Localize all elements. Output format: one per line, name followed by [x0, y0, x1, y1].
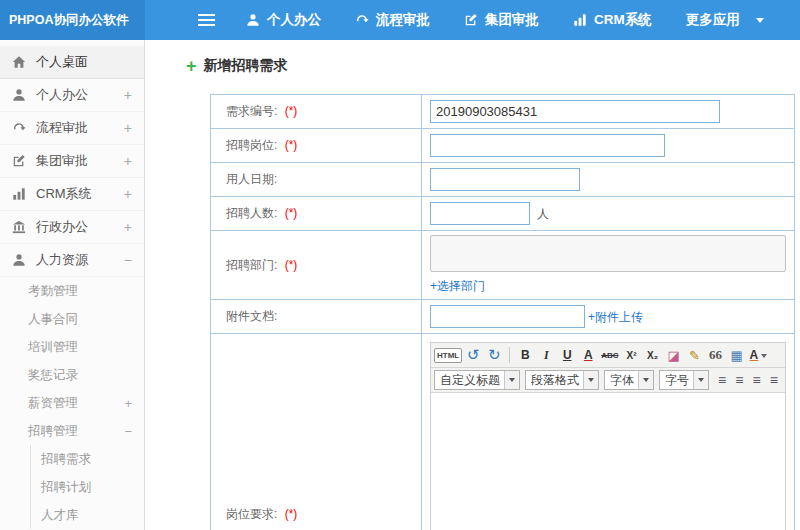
- sidebar-subitem-rewards[interactable]: 奖惩记录: [0, 361, 144, 389]
- sidebar-item-admin-office[interactable]: 行政办公 +: [0, 211, 144, 244]
- rich-text-editor: HTML ↺ ↻ B I U A ABC X² X₂ ◪ ✎ 66: [430, 342, 786, 530]
- sidebar-subitem-label: 培训管理: [28, 339, 78, 356]
- blockquote-button[interactable]: 66: [706, 345, 726, 365]
- sidebar-item-personal-office[interactable]: 个人办公 +: [0, 79, 144, 112]
- sidebar-subitem-salary[interactable]: 薪资管理 +: [0, 389, 144, 417]
- process-icon: [12, 121, 28, 135]
- sidebar-item-hr[interactable]: 人力资源 −: [0, 244, 144, 277]
- align-left-button[interactable]: ≡: [714, 370, 730, 390]
- bold-button[interactable]: B: [515, 345, 535, 365]
- font-size-select[interactable]: 字号: [659, 370, 709, 390]
- nav-group-approval[interactable]: 集团审批: [464, 11, 539, 29]
- sidebar-item-personal-desktop[interactable]: 个人桌面: [0, 46, 144, 79]
- form-row-department: 招聘部门: (*) +选择部门: [211, 231, 795, 300]
- select-value: 字体: [610, 372, 634, 389]
- expand-toggle[interactable]: +: [124, 187, 132, 201]
- align-justify-button[interactable]: ≡: [766, 370, 782, 390]
- sidebar-subitem-training[interactable]: 培训管理: [0, 333, 144, 361]
- source-html-button[interactable]: HTML: [434, 348, 462, 363]
- font-color-button[interactable]: A: [578, 345, 598, 365]
- menu-toggle-button[interactable]: [198, 14, 215, 26]
- sidebar-subitem-attendance[interactable]: 考勤管理: [0, 277, 144, 305]
- sidebar-subsubitem-talent-pool[interactable]: 人才库: [31, 501, 144, 529]
- required-mark: (*): [285, 507, 298, 521]
- sidebar-subitem-hr-contract[interactable]: 人事合同: [0, 305, 144, 333]
- sidebar-subitem-label: 奖惩记录: [28, 367, 78, 384]
- nav-process-approval[interactable]: 流程审批: [355, 11, 430, 29]
- nav-label: 更多应用: [686, 11, 740, 29]
- sidebar-item-process-approval[interactable]: 流程审批 +: [0, 112, 144, 145]
- expand-toggle[interactable]: +: [124, 154, 132, 168]
- nav-label: CRM系统: [594, 11, 652, 29]
- sidebar-item-crm[interactable]: CRM系统 +: [0, 178, 144, 211]
- subscript-button[interactable]: X₂: [643, 345, 663, 365]
- expand-toggle[interactable]: +: [124, 121, 132, 135]
- app-logo: PHPOA协同办公软件: [0, 0, 145, 40]
- expand-toggle[interactable]: +: [124, 88, 132, 102]
- recruit-request-form: 需求编号: (*) 招聘岗位: (*) 用人日期:: [210, 94, 795, 530]
- nav-crm[interactable]: CRM系统: [573, 11, 652, 29]
- attachment-input[interactable]: [430, 305, 585, 328]
- select-value: 段落格式: [531, 372, 579, 389]
- sidebar-item-group-approval[interactable]: 集团审批 +: [0, 145, 144, 178]
- user-icon: [12, 253, 28, 267]
- custom-heading-select[interactable]: 自定义标题: [434, 370, 520, 390]
- field-label: 附件文档:: [226, 309, 277, 323]
- superscript-button[interactable]: X²: [622, 345, 642, 365]
- select-value: 自定义标题: [440, 372, 500, 389]
- format-brush-button[interactable]: ✎: [685, 345, 705, 365]
- bar-chart-icon: [12, 187, 28, 201]
- sidebar-item-label: 行政办公: [36, 218, 88, 236]
- headcount-unit: 人: [537, 207, 549, 221]
- home-icon: [12, 55, 28, 69]
- sidebar-item-label: 集团审批: [36, 152, 88, 170]
- redo-button[interactable]: ↻: [484, 345, 504, 365]
- attachment-upload-link[interactable]: +附件上传: [588, 310, 643, 324]
- edit-square-icon: [464, 13, 478, 27]
- form-row-hire-date: 用人日期:: [211, 163, 795, 197]
- nav-personal-office[interactable]: 个人办公: [246, 11, 321, 29]
- sidebar-subitem-label: 薪资管理: [28, 395, 78, 412]
- expand-toggle[interactable]: +: [124, 397, 132, 410]
- sidebar-subsubitem-recruit-request[interactable]: 招聘需求: [31, 445, 144, 473]
- select-department-link[interactable]: +选择部门: [430, 279, 485, 293]
- page-title: 新增招聘需求: [204, 57, 288, 75]
- collapse-toggle[interactable]: −: [124, 425, 132, 438]
- remove-format-button[interactable]: ◪: [664, 345, 684, 365]
- sidebar-subsubitem-recruit-plan[interactable]: 招聘计划: [31, 473, 144, 501]
- editor-toolbar-row1: HTML ↺ ↻ B I U A ABC X² X₂ ◪ ✎ 66: [431, 343, 785, 368]
- font-family-select[interactable]: 字体: [604, 370, 654, 390]
- caret-down-icon: [583, 371, 598, 389]
- sidebar-subitem-recruit-mgmt[interactable]: 招聘管理 −: [0, 417, 144, 445]
- nav-label: 个人办公: [267, 11, 321, 29]
- required-mark: (*): [285, 104, 298, 118]
- sidebar-item-label: CRM系统: [36, 185, 92, 203]
- editor-content-area[interactable]: [431, 393, 785, 530]
- collapse-toggle[interactable]: −: [124, 253, 132, 267]
- paragraph-format-select[interactable]: 段落格式: [525, 370, 599, 390]
- field-label: 用人日期:: [226, 172, 277, 186]
- department-textarea[interactable]: [430, 235, 786, 272]
- sidebar-subsubitem-label: 招聘计划: [41, 479, 91, 496]
- insert-table-button[interactable]: ▦: [727, 345, 747, 365]
- align-right-button[interactable]: ≡: [749, 370, 765, 390]
- request-number-input[interactable]: [430, 100, 720, 123]
- nav-more-apps[interactable]: 更多应用: [686, 11, 764, 29]
- align-center-button[interactable]: ≡: [731, 370, 747, 390]
- required-mark: (*): [285, 258, 298, 272]
- expand-toggle[interactable]: +: [124, 220, 132, 234]
- undo-button[interactable]: ↺: [463, 345, 483, 365]
- sidebar-subitem-label: 招聘管理: [28, 423, 78, 440]
- process-icon: [355, 13, 369, 27]
- field-label: 需求编号:: [226, 104, 277, 118]
- headcount-input[interactable]: [430, 202, 530, 225]
- text-color-button[interactable]: A: [748, 345, 770, 365]
- underline-button[interactable]: U: [557, 345, 577, 365]
- bar-chart-icon: [573, 13, 587, 27]
- hire-date-input[interactable]: [430, 168, 580, 191]
- strikethrough-button[interactable]: ABC: [599, 345, 620, 365]
- italic-button[interactable]: I: [536, 345, 556, 365]
- position-input[interactable]: [430, 134, 665, 157]
- user-icon: [246, 13, 260, 27]
- sidebar-subitem-label: 考勤管理: [28, 283, 78, 300]
